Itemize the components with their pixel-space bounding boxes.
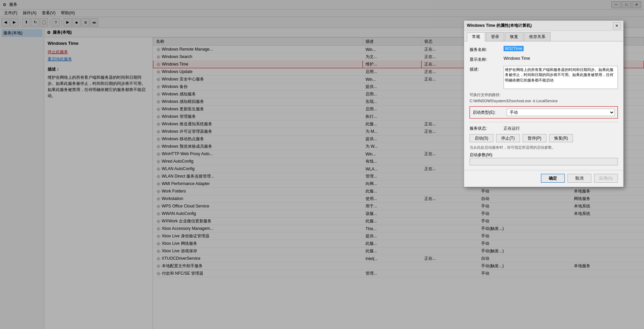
dialog-title-bar: Windows Time 的属性(本地计算机) ✕ — [464, 21, 623, 31]
start-params-section: 启动参数(M): — [470, 152, 618, 165]
ok-button[interactable]: 确定 — [541, 174, 565, 183]
dialog-description-label: 描述: — [470, 66, 504, 72]
description-row: 描述: 维护在网络上的所有客户端和服务器的时间和日期同步。如果此服务被停止，时间… — [470, 66, 618, 89]
startup-type-label: 启动类型(E): — [473, 110, 507, 115]
service-name-value: W32Time — [504, 46, 618, 51]
divider — [470, 122, 618, 122]
dialog-close-button[interactable]: ✕ — [613, 22, 621, 29]
cancel-button[interactable]: 取消 — [567, 174, 591, 183]
description-textarea[interactable]: 维护在网络上的所有客户端和服务器的时间和日期同步。如果此服务被停止，时间和日期的… — [504, 66, 618, 89]
tab-dependencies[interactable]: 依存关系 — [524, 32, 550, 41]
display-name-row: 显示名称: Windows Time — [470, 56, 618, 62]
exec-path-section: 可执行文件的路径: C:\WINDOWS\system32\svchost.ex… — [470, 92, 618, 103]
stop-button[interactable]: 停止(T) — [496, 134, 520, 142]
status-value: 正在运行 — [504, 126, 520, 131]
dialog-title: Windows Time 的属性(本地计算机) — [467, 23, 532, 29]
start-params-label: 启动参数(M): — [470, 152, 493, 157]
display-name-label: 显示名称: — [470, 56, 504, 62]
exec-path-value: C:\WINDOWS\system32\svchost.exe -k Local… — [470, 99, 618, 103]
service-status-row: 服务状态: 正在运行 — [470, 126, 618, 131]
resume-button[interactable]: 恢复(R) — [549, 134, 573, 142]
help-text: 当从此处启动服务时，你可指定所适用的启动参数。 — [470, 145, 618, 150]
display-name-value: Windows Time — [504, 56, 618, 61]
properties-dialog: Windows Time 的属性(本地计算机) ✕ 常规 登录 恢复 依存关系 … — [464, 20, 624, 187]
service-name-label: 服务名称: — [470, 46, 504, 53]
start-params-input[interactable] — [470, 158, 618, 165]
service-name-highlighted: W32Time — [504, 46, 524, 51]
pause-button[interactable]: 暂停(P) — [523, 134, 546, 142]
exec-path-label: 可执行文件的路径: — [470, 92, 618, 97]
tab-general[interactable]: 常规 — [467, 32, 485, 41]
status-label: 服务状态: — [470, 126, 504, 131]
service-action-buttons: 启动(S) 停止(T) 暂停(P) 恢复(R) — [470, 134, 618, 142]
apply-button[interactable]: 应用(A) — [594, 174, 618, 183]
tab-recovery[interactable]: 恢复 — [505, 32, 523, 41]
start-button[interactable]: 启动(S) — [470, 134, 493, 142]
modal-overlay: Windows Time 的属性(本地计算机) ✕ 常规 登录 恢复 依存关系 … — [0, 0, 644, 329]
service-name-row: 服务名称: W32Time — [470, 46, 618, 53]
dialog-content: 服务名称: W32Time 显示名称: Windows Time 描述: 维护在… — [464, 41, 623, 170]
tab-logon[interactable]: 登录 — [486, 32, 504, 41]
dialog-tabs: 常规 登录 恢复 依存关系 — [464, 31, 623, 41]
startup-type-select[interactable]: 手动 自动 自动(延迟启动) 禁用 — [507, 109, 615, 116]
startup-type-row: 启动类型(E): 手动 自动 自动(延迟启动) 禁用 — [470, 106, 618, 118]
dialog-footer: 确定 取消 应用(A) — [464, 170, 623, 187]
